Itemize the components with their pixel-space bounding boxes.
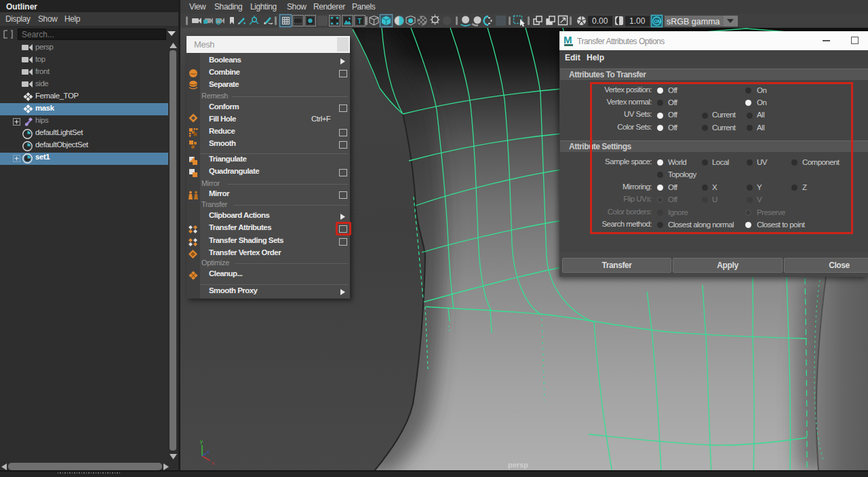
svg-text:T: T bbox=[357, 18, 361, 25]
svg-text:persp: persp bbox=[508, 461, 528, 469]
svg-text:ON: ON bbox=[654, 19, 660, 24]
svg-text:x: x bbox=[212, 460, 214, 466]
svg-text:0.00: 0.00 bbox=[592, 16, 608, 26]
svg-text:1.00: 1.00 bbox=[629, 16, 646, 26]
svg-text:z: z bbox=[207, 449, 210, 455]
svg-text:sRGB gamma: sRGB gamma bbox=[667, 17, 720, 26]
svg-text:y: y bbox=[200, 438, 203, 444]
